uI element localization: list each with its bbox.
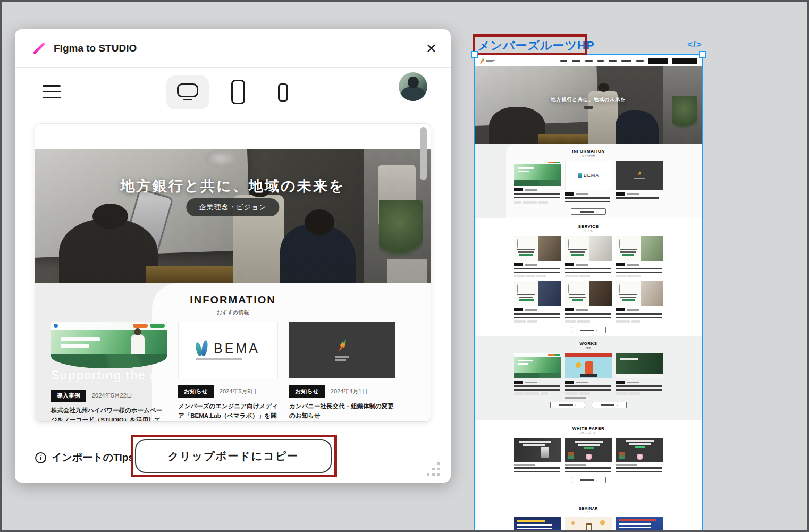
bema-logo-text: BEMA [214, 341, 260, 356]
preview-site-header [35, 124, 431, 149]
selection-handle-top-right[interactable] [699, 51, 706, 58]
hero-headline: 地方銀行と共に、地域の未来を [35, 176, 431, 196]
news-title: 株式会社九州ハイパワー様のホームページをノーコード（STUDIO）を活用してリニ… [51, 406, 167, 421]
news-date: 2024年5月22日 [92, 392, 132, 400]
news-title: カンパニー社長交代・組織体制の変更のお知らせ [289, 402, 395, 421]
mini-service-card [616, 281, 663, 323]
news-cards-row: Supporting the gro 導入事例 2024年5月22日 株式会社九… [51, 322, 395, 421]
mini-section-subheading: おすすめ情報 [475, 154, 702, 157]
news-date: 2024年4月1日 [331, 387, 368, 395]
mini-seminar-card [514, 517, 561, 532]
mini-service-section: SERVICE サービス [475, 218, 702, 336]
news-date: 2024年5月9日 [220, 387, 257, 395]
news-badge: お知らせ [178, 385, 214, 398]
menu-icon[interactable] [43, 85, 61, 103]
mini-works-card [616, 353, 663, 399]
frame-name-label[interactable]: メンバーズルーツHP [478, 38, 595, 54]
site-preview: 地方銀行と共に、地域の未来を 企業理念・ビジョン INFORMATION おすす… [35, 124, 431, 421]
mini-service-card [514, 281, 561, 323]
mini-whitepaper-card [616, 438, 663, 472]
mini-hero-button [584, 106, 593, 109]
mini-news-card [616, 161, 663, 204]
news-card-thumbnail [289, 322, 395, 378]
mini-section-heading: WHITE PAPER [475, 426, 702, 431]
studio-slash-icon [32, 41, 46, 55]
device-tablet-button[interactable] [231, 80, 245, 104]
mini-information-section: INFORMATION おすすめ情報 BEMA [475, 144, 702, 218]
mini-whitepaper-more-button: › [571, 477, 606, 483]
avatar[interactable] [399, 72, 427, 101]
mini-whitepaper-section: WHITE PAPER ホワイトペーパー [475, 420, 702, 502]
thumbnail-caption-text: Supporting the gro [51, 368, 167, 383]
mini-news-card [514, 161, 561, 204]
mini-seminar-card [565, 517, 612, 532]
resize-grip[interactable] [427, 462, 442, 476]
mini-section-heading: INFORMATION [475, 149, 702, 154]
news-card: BEMA お知らせ 2024年5月9日 メンバーズのエンジニア向けメディア「BE… [178, 322, 278, 421]
device-phone-button[interactable] [278, 83, 288, 102]
close-icon[interactable]: ✕ [426, 42, 437, 55]
mini-section-subheading: 実績 [475, 347, 702, 349]
mini-whitepaper-card [514, 438, 561, 472]
mini-section-heading: SERVICE [475, 224, 702, 229]
mini-service-more-button: › [571, 327, 606, 333]
preview-hero-image: 地方銀行と共に、地域の未来を 企業理念・ビジョン [35, 149, 431, 283]
mini-service-card [565, 236, 612, 277]
selected-frame[interactable]: 地方銀行と共に、地域の未来を INFORMATION おすすめ情報 BEMA [474, 54, 703, 532]
mini-seminar-card [616, 517, 663, 532]
bema-logo-icon [196, 340, 209, 356]
mini-site-nav [560, 58, 697, 64]
mini-works-card [565, 353, 612, 399]
mini-works-card [514, 353, 561, 399]
copy-to-clipboard-button[interactable]: クリップボードにコピー [135, 439, 332, 473]
mini-site-header [475, 55, 702, 66]
members-roots-logo-icon [339, 340, 347, 351]
import-tips-link[interactable]: i インポートのTips [35, 451, 134, 465]
plugin-window: Figma to STUDIO ✕ 地方銀行と共に、地域の未来を 企業理念・ビジ… [15, 29, 451, 483]
mini-hero-image: 地方銀行と共に、地域の未来を [475, 66, 702, 144]
news-card-thumbnail: BEMA [178, 322, 278, 378]
device-desktop-button[interactable] [166, 75, 209, 109]
mini-news-more-button: › [571, 208, 606, 215]
import-tips-label: インポートのTips [52, 451, 134, 465]
news-card-thumbnail [51, 322, 167, 368]
news-title: メンバーズのエンジニア向けメディア「BEMA.Lab（ベマラボ）」を開設しました [178, 402, 278, 421]
mini-service-card [514, 236, 561, 277]
plugin-title: Figma to STUDIO [54, 43, 137, 54]
info-icon: i [35, 452, 46, 463]
information-subheading: おすすめ情報 [35, 309, 431, 316]
code-icon[interactable]: </> [687, 39, 702, 50]
mini-hero-headline: 地方銀行と共に、地域の未来を [475, 96, 702, 103]
mini-section-subheading: ホワイトペーパー [475, 432, 702, 434]
desktop-icon [177, 83, 198, 97]
preview-information-section: INFORMATION おすすめ情報 Supporting the gro 導入… [35, 283, 431, 421]
mini-site-logo [480, 58, 495, 64]
mini-section-subheading: セミナー [475, 511, 702, 513]
selection-handle-top-left[interactable] [471, 51, 478, 58]
news-badge: お知らせ [289, 385, 325, 398]
mini-section-heading: WORKS [475, 341, 702, 346]
information-heading: INFORMATION [35, 294, 431, 306]
news-card: お知らせ 2024年4月1日 カンパニー社長交代・組織体制の変更のお知らせ [289, 322, 395, 421]
mini-section-subheading: サービス [475, 230, 702, 232]
plugin-toolbar [15, 68, 451, 120]
mini-works-more-button: › [550, 402, 585, 408]
mini-seminar-section: SEMINAR セミナー [475, 502, 702, 532]
mini-service-card [565, 281, 612, 323]
plugin-header: Figma to STUDIO ✕ [15, 29, 451, 68]
mini-section-heading: SEMINAR [475, 506, 702, 510]
mini-works-all-button: › [592, 402, 627, 408]
mini-works-section: WORKS 実績 [475, 336, 702, 420]
news-badge: 導入事例 [51, 390, 86, 402]
preview-scrollbar[interactable] [420, 127, 427, 180]
mini-whitepaper-card [565, 438, 612, 472]
hero-vision-button: 企業理念・ビジョン [186, 198, 279, 216]
figma-canvas: Figma to STUDIO ✕ 地方銀行と共に、地域の未来を 企業理念・ビジ… [0, 0, 809, 532]
mini-service-card [616, 236, 663, 277]
news-card: Supporting the gro 導入事例 2024年5月22日 株式会社九… [51, 322, 167, 421]
mini-news-card: BEMA [565, 161, 612, 204]
